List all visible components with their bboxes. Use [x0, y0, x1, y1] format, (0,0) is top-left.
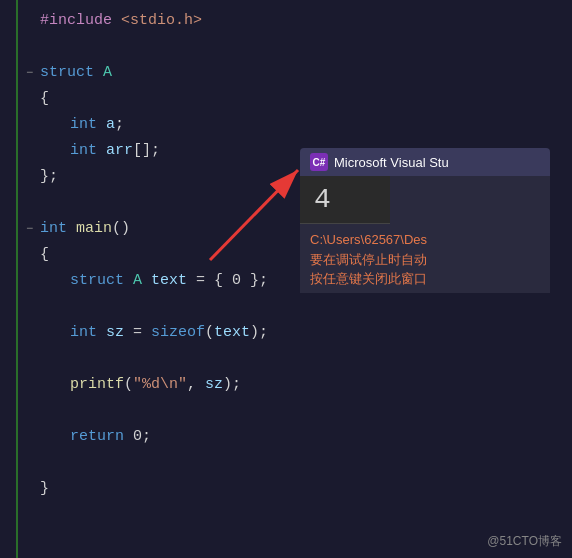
- main-open-brace: {: [40, 242, 49, 268]
- sizeof-arg: (: [205, 320, 214, 346]
- open-brace-struct: {: [40, 86, 49, 112]
- int-kw-main: int: [40, 216, 67, 242]
- return-kw: return: [70, 424, 124, 450]
- int-a-space: [97, 112, 106, 138]
- popup-path-line1: C:\Users\62567\Des: [310, 230, 540, 250]
- code-line-main-close: }: [26, 476, 572, 502]
- struct-kw-text: struct: [70, 268, 124, 294]
- text-assign: = { 0 };: [187, 268, 268, 294]
- sizeof-text: text: [214, 320, 250, 346]
- code-line-struct: − struct A: [26, 60, 572, 86]
- var-text: text: [151, 268, 187, 294]
- no-collapse-arr: [56, 138, 70, 164]
- printf-comma: ,: [187, 372, 205, 398]
- no-collapse-struct-close: [26, 164, 40, 190]
- no-collapse-sizeof: [56, 320, 70, 346]
- int-kw-a: int: [70, 112, 97, 138]
- main-func: main: [76, 216, 112, 242]
- include-space: [112, 8, 121, 34]
- printf-open: (: [124, 372, 133, 398]
- no-collapse-1: [26, 8, 40, 34]
- code-line-sizeof: int sz = sizeof ( text );: [26, 320, 572, 346]
- collapse-main-icon[interactable]: −: [26, 216, 40, 242]
- line-gutter: [0, 0, 18, 558]
- sizeof-kw: sizeof: [151, 320, 205, 346]
- printf-func: printf: [70, 372, 124, 398]
- struct-name: A: [103, 60, 112, 86]
- code-line-blank-6: [26, 450, 572, 476]
- no-collapse-return: [56, 424, 70, 450]
- main-parens: (): [112, 216, 130, 242]
- struct-keyword: struct: [40, 60, 94, 86]
- no-collapse-int-a: [56, 112, 70, 138]
- var-arr: arr: [106, 138, 133, 164]
- code-line-1: #include <stdio.h>: [26, 8, 572, 34]
- no-collapse-brace: [26, 86, 40, 112]
- int-arr-space: [97, 138, 106, 164]
- code-line-printf: printf ( "%d\n" , sz );: [26, 372, 572, 398]
- no-collapse-printf: [56, 372, 70, 398]
- popup-path-line2: 要在调试停止时自动: [310, 250, 540, 270]
- printf-sz: sz: [205, 372, 223, 398]
- popup-path-line3: 按任意键关闭此窗口: [310, 269, 540, 289]
- sz-assign: =: [124, 320, 151, 346]
- editor-container: #include <stdio.h> − struct A { int a ;: [0, 0, 572, 558]
- code-line-return: return 0;: [26, 424, 572, 450]
- code-line-brace-open-struct: {: [26, 86, 572, 112]
- int-kw-arr: int: [70, 138, 97, 164]
- popup-titlebar: C# Microsoft Visual Stu: [300, 148, 550, 176]
- no-collapse-text: [56, 268, 70, 294]
- var-sz: sz: [106, 320, 124, 346]
- sizeof-close: );: [250, 320, 268, 346]
- watermark: @51CTO博客: [487, 533, 562, 550]
- popup-title: Microsoft Visual Stu: [334, 155, 449, 170]
- popup-path: C:\Users\62567\Des 要在调试停止时自动 按任意键关闭此窗口: [300, 224, 550, 293]
- include-header: <stdio.h>: [121, 8, 202, 34]
- printf-fmt: "%d\n": [133, 372, 187, 398]
- code-line-blank-3: [26, 294, 572, 320]
- text-space1: [124, 268, 133, 294]
- collapse-struct-icon[interactable]: −: [26, 60, 40, 86]
- printf-close: );: [223, 372, 241, 398]
- struct-close-brace: };: [40, 164, 58, 190]
- main-close-brace: }: [40, 476, 49, 502]
- arr-brackets: [];: [133, 138, 160, 164]
- no-collapse-main-brace: [26, 242, 40, 268]
- include-keyword: #include: [40, 8, 112, 34]
- struct-space: [94, 60, 103, 86]
- popup-window: C# Microsoft Visual Stu 4 C:\Users\62567…: [300, 148, 550, 293]
- return-val: 0;: [124, 424, 151, 450]
- code-line-blank-4: [26, 346, 572, 372]
- code-line-blank-1: [26, 34, 572, 60]
- int-kw-sz: int: [70, 320, 97, 346]
- code-line-int-a: int a ;: [26, 112, 572, 138]
- semicolon-a: ;: [115, 112, 124, 138]
- text-space2: [142, 268, 151, 294]
- struct-a-text: A: [133, 268, 142, 294]
- popup-number: 4: [300, 176, 390, 224]
- var-a: a: [106, 112, 115, 138]
- popup-content: 4 C:\Users\62567\Des 要在调试停止时自动 按任意键关闭此窗口: [300, 176, 550, 293]
- code-line-blank-5: [26, 398, 572, 424]
- sz-space: [97, 320, 106, 346]
- no-collapse-main-close: [26, 476, 40, 502]
- main-space: [67, 216, 76, 242]
- vs-icon: C#: [310, 153, 328, 171]
